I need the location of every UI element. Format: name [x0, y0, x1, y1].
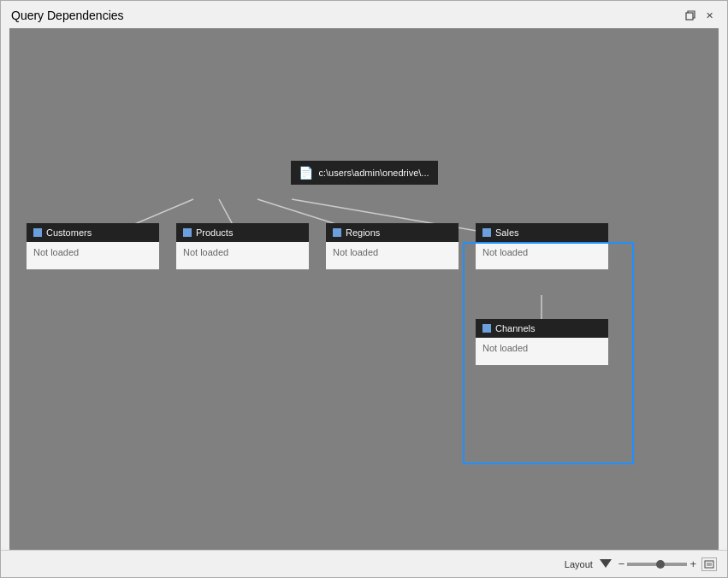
regions-status: Not loaded — [326, 242, 459, 269]
channels-icon — [482, 324, 491, 333]
zoom-controls: − + — [619, 558, 696, 569]
regions-label: Regions — [346, 227, 380, 238]
node-customers: Customers Not loaded — [27, 223, 159, 269]
products-header: Products — [176, 223, 309, 242]
file-icon: 📄 — [299, 166, 313, 180]
restore-button[interactable] — [683, 8, 698, 23]
layout-label: Layout — [565, 559, 593, 569]
sales-icon — [482, 228, 491, 237]
products-status: Not loaded — [176, 242, 309, 269]
regions-icon — [333, 228, 341, 237]
products-icon — [183, 228, 192, 237]
zoom-thumb — [656, 560, 665, 569]
channels-status: Not loaded — [476, 338, 608, 365]
regions-header: Regions — [326, 223, 459, 242]
file-node-label: c:\users\admin\onedrive\... — [318, 168, 429, 178]
customers-header: Customers — [27, 223, 159, 242]
products-label: Products — [196, 227, 233, 238]
sales-status: Not loaded — [476, 242, 608, 269]
diagram-area: 📄 c:\users\admin\onedrive\... Customers … — [9, 28, 719, 550]
customers-label: Customers — [46, 227, 92, 238]
node-products: Products Not loaded — [176, 223, 309, 269]
svg-marker-11 — [600, 559, 612, 568]
file-node: 📄 c:\users\admin\onedrive\... — [290, 161, 437, 185]
customers-status: Not loaded — [27, 242, 159, 269]
fit-to-window-button[interactable] — [701, 557, 717, 571]
title-bar: Query Dependencies ✕ — [1, 1, 727, 28]
close-button[interactable]: ✕ — [701, 8, 717, 23]
zoom-minus-button[interactable]: − — [619, 558, 625, 569]
customers-icon — [33, 228, 42, 237]
sales-header: Sales — [476, 223, 608, 242]
query-dependencies-window: Query Dependencies ✕ — [0, 0, 728, 578]
zoom-track — [627, 563, 687, 566]
arrows-svg — [9, 28, 719, 550]
layout-dropdown-button[interactable] — [598, 557, 613, 571]
channels-header: Channels — [476, 319, 608, 338]
svg-rect-13 — [707, 563, 712, 566]
zoom-slider[interactable] — [627, 563, 687, 566]
svg-rect-0 — [686, 13, 693, 20]
node-regions: Regions Not loaded — [326, 223, 459, 269]
bottom-bar: Layout − + — [1, 550, 727, 577]
sales-label: Sales — [495, 227, 519, 238]
window-controls: ✕ — [683, 8, 717, 23]
zoom-plus-button[interactable]: + — [690, 558, 696, 569]
window-title: Query Dependencies — [11, 9, 124, 22]
node-channels: Channels Not loaded — [476, 319, 608, 365]
channels-label: Channels — [495, 323, 535, 333]
node-sales: Sales Not loaded — [476, 223, 608, 269]
